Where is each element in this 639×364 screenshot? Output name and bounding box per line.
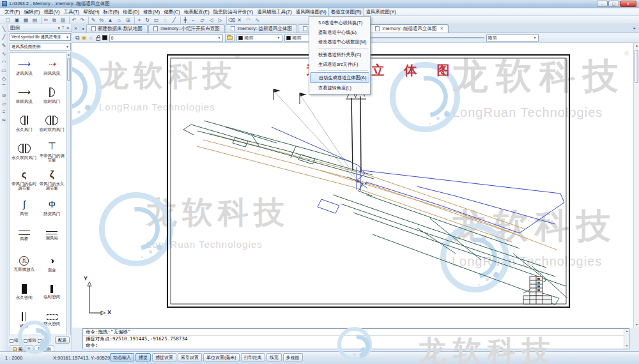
status-toggle-button[interactable]: 打印距离 bbox=[241, 353, 265, 361]
polyline-icon[interactable]: ⌐ bbox=[189, 17, 197, 24]
close-icon[interactable]: ✕ bbox=[66, 26, 70, 31]
menu-item[interactable]: 修改(M) bbox=[141, 8, 162, 16]
trim-tool-icon[interactable]: ✂ bbox=[2, 118, 6, 123]
legend-item[interactable]: ∫ 风帘 bbox=[10, 193, 38, 222]
diamond-tool-icon[interactable]: ◇ bbox=[2, 76, 6, 82]
legend-item[interactable]: 风桥 bbox=[10, 222, 38, 250]
legend-item[interactable]: 测风站 bbox=[38, 222, 66, 250]
menu-item[interactable]: 帮助(H) bbox=[81, 8, 101, 16]
layer-color-swatch[interactable] bbox=[102, 35, 107, 40]
menu-item[interactable]: 视图(V) bbox=[42, 8, 62, 16]
menu-item[interactable]: 巷道立体图(R) bbox=[328, 8, 364, 17]
checkbox-icon[interactable] bbox=[24, 339, 27, 343]
redo-icon[interactable]: ↷ bbox=[78, 17, 86, 24]
point-tool-icon[interactable]: ⊙ bbox=[2, 93, 6, 98]
context-menu-item[interactable]: 生成巷道arc文件(F) bbox=[309, 59, 370, 69]
cross-icon[interactable]: ╋ bbox=[180, 17, 189, 24]
rotate-icon[interactable]: ↻ bbox=[143, 17, 151, 24]
pin-icon[interactable]: ⍑ bbox=[62, 26, 65, 31]
scroll-thumb[interactable] bbox=[67, 58, 70, 81]
triangle-icon[interactable]: ▲ bbox=[106, 17, 114, 24]
document-tab[interactable]: :memory:-益新通风立体图 ✕ bbox=[226, 24, 297, 33]
status-toggle-button[interactable]: 捕捉设置 bbox=[152, 353, 176, 361]
home-icon[interactable]: ⌂ bbox=[115, 17, 123, 24]
maximize-button[interactable]: ▢ bbox=[608, 1, 619, 7]
legend-item[interactable]: 栅栏 bbox=[10, 306, 38, 334]
undo-icon[interactable]: ↶ bbox=[69, 17, 77, 24]
legend-item[interactable]: 瓦 瓦斯抽放点 bbox=[10, 250, 38, 278]
context-menu-item[interactable]: 自动生成巷道立体图(A) bbox=[310, 72, 369, 83]
copy-icon[interactable]: ⧉ bbox=[50, 17, 58, 24]
legend-item[interactable]: 临时双向风门 bbox=[38, 109, 66, 137]
scale-icon[interactable]: % bbox=[97, 17, 105, 24]
scroll-down-icon[interactable]: ▼ bbox=[634, 322, 639, 328]
status-toggle-button[interactable]: 动态输入 bbox=[110, 353, 134, 361]
legend-item[interactable]: 临时风门 bbox=[38, 81, 66, 109]
rect-tool-icon[interactable]: ▭ bbox=[1, 68, 6, 73]
tab-close-all-icon[interactable]: ✕ bbox=[72, 26, 79, 33]
menu-item[interactable]: 隐患防治与评价(Y) bbox=[212, 8, 256, 16]
menu-item[interactable]: 标注(B) bbox=[102, 8, 121, 16]
erase-icon[interactable]: ⌫ bbox=[226, 17, 235, 24]
scroll-up-icon[interactable]: ▲ bbox=[624, 329, 629, 334]
arrow-left-icon[interactable]: ◁ bbox=[207, 17, 215, 24]
open-icon[interactable]: ▣ bbox=[13, 17, 21, 24]
layer-freeze-icon[interactable]: ☼ bbox=[88, 34, 93, 42]
legend-item[interactable]: 永久密闭 bbox=[10, 278, 38, 306]
menu-item[interactable]: 地表配置(E) bbox=[182, 8, 212, 16]
status-toggle-button[interactable]: 索引设置 bbox=[178, 353, 202, 361]
cut-icon[interactable]: ✂ bbox=[41, 17, 49, 24]
canvas-vertical-scrollbar[interactable]: ▲ ▼ bbox=[633, 43, 639, 328]
legend-option-checkbox[interactable]: 对齐 bbox=[38, 338, 50, 344]
legend-item[interactable]: ⇢ 回风风流 bbox=[38, 53, 66, 81]
command-line-panel[interactable]: 命令:拖拽:"无偏移"捕捉对角点:92510.191445,-91625.758… bbox=[82, 328, 629, 349]
menu-item[interactable]: 通风网络图(N) bbox=[294, 8, 328, 16]
layer-unlock-icon[interactable] bbox=[96, 37, 100, 41]
title-bar[interactable]: LrGIS3.2 - Memory - :memory:-能德通风立体图 –▢✕ bbox=[0, 0, 639, 8]
menu-item[interactable]: 绘图(D) bbox=[121, 8, 141, 16]
scroll-down-icon[interactable]: ▼ bbox=[624, 344, 629, 349]
pencil-tool-icon[interactable]: ✎ bbox=[2, 43, 6, 49]
arrow-right-icon[interactable]: ▷ bbox=[216, 17, 224, 24]
line-icon[interactable]: ╱ bbox=[170, 17, 178, 24]
menu-item[interactable]: 储量(C) bbox=[162, 8, 181, 16]
scroll-up-icon[interactable]: ▲ bbox=[634, 43, 639, 49]
legend-item[interactable]: 临时密闭 bbox=[38, 278, 66, 306]
color-select[interactable]: 随层 ▼ bbox=[236, 34, 282, 42]
context-menu-item[interactable]: 查看旋转角度(L) bbox=[309, 83, 370, 93]
collapse-icon[interactable]: ▾ bbox=[58, 26, 59, 31]
legend-scrollbar[interactable]: ▲ bbox=[66, 52, 70, 335]
arc-tool-icon[interactable]: ◠ bbox=[2, 59, 6, 65]
scroll-thumb[interactable] bbox=[635, 50, 638, 83]
polygon-icon[interactable]: ▱ bbox=[198, 17, 206, 24]
status-toggle-button[interactable]: 捕捉 bbox=[135, 353, 151, 361]
grid-icon[interactable]: ⊞ bbox=[124, 17, 132, 24]
legend-item[interactable]: ◑ 混合 bbox=[38, 250, 66, 278]
legend-item[interactable]: 防火密闭 bbox=[38, 306, 66, 334]
config-button[interactable]: 配置 bbox=[55, 337, 70, 344]
curve-icon[interactable]: ∿ bbox=[253, 17, 261, 24]
context-menu-item[interactable]: 提取巷道中心线(E) bbox=[309, 27, 370, 37]
spline-tool-icon[interactable]: ∿ bbox=[2, 51, 6, 57]
legend-item[interactable]: ⟶ 进风风流 bbox=[10, 53, 38, 81]
copy-properties-icon[interactable]: ⧉ bbox=[75, 34, 79, 42]
status-toggle-button[interactable]: 多视图 bbox=[283, 353, 303, 361]
legend-item[interactable]: Φ 防突风门 bbox=[38, 193, 66, 222]
status-toggle-button[interactable]: 单位设置(毫米) bbox=[203, 353, 240, 361]
menu-item[interactable]: 工具(T) bbox=[62, 8, 82, 16]
document-tab[interactable]: :memory:-小纪汗开拓布置图 ✕ bbox=[148, 24, 225, 33]
pen-icon[interactable]: ✎ bbox=[88, 17, 96, 24]
status-toggle-button[interactable]: 线宽 bbox=[266, 353, 282, 361]
legend-item[interactable]: 永久双向风门 bbox=[10, 137, 38, 165]
legend-item[interactable]: ⊤ 不带风门的调节窗 bbox=[38, 137, 66, 165]
arc-icon[interactable]: ◠ bbox=[244, 17, 252, 24]
context-menu-item[interactable]: 3.0巷道中心线转换(T) bbox=[309, 18, 370, 27]
legend-item[interactable]: ς 带风门的临时调节窗 bbox=[10, 165, 38, 193]
polygon-tool-icon[interactable]: ▱ bbox=[2, 101, 6, 107]
menu-item[interactable]: 编辑(E) bbox=[22, 8, 42, 16]
save-icon[interactable]: ▦ bbox=[22, 17, 30, 24]
symbol-library-select[interactable]: Vent symbol lib 通风符号库 ▼ bbox=[10, 33, 71, 41]
context-menu-item[interactable]: 校验巷道拓扑关系(C) bbox=[309, 50, 370, 59]
checkbox-icon[interactable] bbox=[10, 339, 13, 343]
legend-item[interactable]: ζ 带风门的永久调节窗 bbox=[38, 165, 66, 193]
